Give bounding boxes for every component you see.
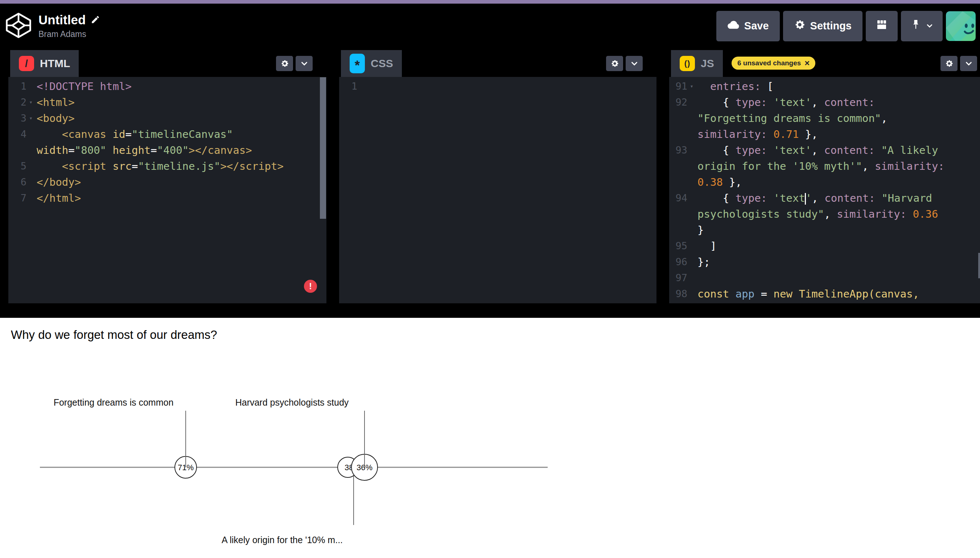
avatar[interactable] <box>946 11 976 41</box>
html-editor-settings-button[interactable] <box>276 56 293 71</box>
code-row: 2▾<html> <box>8 94 326 110</box>
change-view-button[interactable] <box>866 11 898 41</box>
gutter-spacer <box>26 174 35 190</box>
js-tab-icon: () <box>680 56 695 71</box>
code-line[interactable]: { type: 'text', content: "A likely <box>696 142 938 158</box>
code-row: } <box>669 222 980 238</box>
pen-author[interactable]: Bram Adams <box>38 30 100 39</box>
gutter-spacer <box>357 78 366 94</box>
line-number: 94 <box>669 190 687 206</box>
event-value-3: 36% <box>357 463 372 472</box>
code-line[interactable]: } <box>696 222 704 238</box>
gutter-spacer <box>687 158 696 174</box>
line-number <box>669 222 687 238</box>
code-row: 4 <canvas id="timelineCanvas" <box>8 126 326 142</box>
gutter-spacer <box>687 126 696 142</box>
html-editor-collapse-button[interactable] <box>296 56 313 71</box>
gutter-spacer <box>687 238 696 254</box>
line-number <box>669 158 687 174</box>
code-row: 92 { type: 'text', content: <box>669 94 980 110</box>
panel-js: () JS 6 unsaved changes × 91▾ entries: [… <box>669 50 980 303</box>
fold-caret-icon[interactable]: ▾ <box>687 78 696 94</box>
code-line[interactable]: { type: 'text', content: <box>696 94 875 110</box>
code-line[interactable]: const app = new TimelineApp(canvas, <box>696 286 919 302</box>
tab-html[interactable]: / HTML <box>10 50 79 77</box>
edit-title-pencil-icon[interactable] <box>91 13 100 27</box>
code-line[interactable]: <script src="timeline.js"></script> <box>35 158 284 174</box>
code-line[interactable]: <!DOCTYPE html> <box>35 78 132 94</box>
js-editor-collapse-button[interactable] <box>960 56 977 71</box>
js-editor-scrollbar-thumb[interactable] <box>978 253 980 278</box>
css-editor-settings-button[interactable] <box>606 56 623 71</box>
html-tab-label: HTML <box>40 57 70 70</box>
line-number: 96 <box>669 254 687 270</box>
html-error-indicator[interactable]: ! <box>304 280 317 293</box>
html-code-editor[interactable]: 1<!DOCTYPE html>2▾<html>3▾<body>4 <canva… <box>8 77 326 303</box>
fold-caret-icon[interactable]: ▾ <box>26 94 35 110</box>
gutter-spacer <box>687 270 696 286</box>
html-tab-icon: / <box>19 56 34 71</box>
fold-caret-icon[interactable]: ▾ <box>26 110 35 126</box>
css-editor-collapse-button[interactable] <box>626 56 643 71</box>
line-number: 7 <box>8 190 26 206</box>
badge-close-icon[interactable]: × <box>805 59 810 67</box>
code-line[interactable]: <canvas id="timelineCanvas" <box>35 126 233 142</box>
gutter-spacer <box>687 174 696 190</box>
code-line[interactable] <box>696 270 698 286</box>
codepen-logo-icon[interactable] <box>5 12 32 40</box>
settings-button-label: Settings <box>810 20 852 32</box>
css-code-editor[interactable]: 1 <box>339 77 657 303</box>
line-number: 95 <box>669 238 687 254</box>
code-row: 94 { type: 'text', content: "Harvard <box>669 190 980 206</box>
gutter-spacer <box>26 126 35 142</box>
line-number: 91 <box>669 78 687 94</box>
gutter-spacer <box>687 222 696 238</box>
save-button[interactable]: Save <box>716 11 780 41</box>
code-line[interactable]: similarity: 0.71 }, <box>696 126 818 142</box>
event-label-3: Harvard psychologists study <box>235 397 349 407</box>
timeline-canvas[interactable]: 71% 38% 36% Forgetting dreams is common … <box>0 318 980 558</box>
code-line[interactable] <box>366 78 367 94</box>
code-line[interactable]: origin for the '10% myth'", similarity: <box>696 158 944 174</box>
code-line[interactable]: </html> <box>35 190 81 206</box>
tab-js[interactable]: () JS <box>671 50 723 77</box>
tab-css[interactable]: * CSS <box>341 50 402 77</box>
gutter-spacer <box>26 158 35 174</box>
code-row: width="800" height="400"></canvas> <box>8 142 326 158</box>
gutter-spacer <box>687 254 696 270</box>
code-line[interactable]: <body> <box>35 110 75 126</box>
js-tab-label: JS <box>701 57 714 70</box>
code-row: 95 ] <box>669 238 980 254</box>
code-line[interactable]: }; <box>696 254 710 270</box>
gutter-spacer <box>687 94 696 110</box>
code-line[interactable]: </body> <box>35 174 81 190</box>
code-line[interactable]: 0.38 }, <box>696 174 742 190</box>
code-line[interactable]: ] <box>696 238 716 254</box>
js-code-editor[interactable]: 91▾ entries: [92 { type: 'text', content… <box>669 77 980 303</box>
code-line[interactable]: entries: [ <box>696 78 774 94</box>
code-line[interactable]: "Forgetting dreams is common", <box>696 110 888 126</box>
code-row: "Forgetting dreams is common", <box>669 110 980 126</box>
gear-icon <box>794 19 806 33</box>
code-row: 3▾<body> <box>8 110 326 126</box>
code-line[interactable]: { type: 'text', content: "Harvard <box>696 190 932 206</box>
html-editor-scrollbar-thumb[interactable] <box>320 77 326 219</box>
gutter-spacer <box>687 206 696 222</box>
pin-dropdown-button[interactable] <box>901 11 942 41</box>
line-number: 97 <box>669 270 687 286</box>
code-row: 91▾ entries: [ <box>669 78 980 94</box>
line-number: 1 <box>339 78 357 94</box>
js-tabbar: () JS 6 unsaved changes × <box>669 50 980 77</box>
line-number: 2 <box>8 94 26 110</box>
code-line[interactable]: psychologists study", similarity: 0.36 <box>696 206 938 222</box>
event-label-1: Forgetting dreams is common <box>54 397 174 407</box>
code-line[interactable]: width="800" height="400"></canvas> <box>35 142 252 158</box>
line-number: 98 <box>669 286 687 302</box>
unsaved-changes-badge[interactable]: 6 unsaved changes × <box>732 57 815 70</box>
header-bar: Untitled Bram Adams Save Settings <box>0 3 980 48</box>
chevron-down-icon <box>926 20 933 32</box>
js-editor-settings-button[interactable] <box>941 56 957 71</box>
settings-button[interactable]: Settings <box>783 11 862 41</box>
code-row: 97 <box>669 270 980 286</box>
code-line[interactable]: <html> <box>35 94 75 110</box>
